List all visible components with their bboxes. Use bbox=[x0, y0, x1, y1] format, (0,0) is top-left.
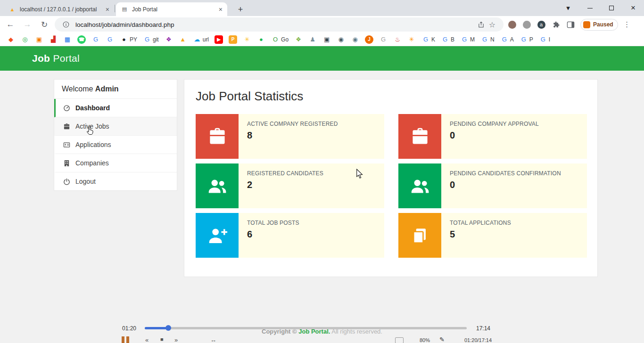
briefcase-icon bbox=[63, 122, 70, 130]
close-button[interactable]: × bbox=[622, 0, 644, 16]
tab-job-portal[interactable]: ▤ Job Portal × bbox=[116, 2, 227, 16]
bookmark-item[interactable]: ▟ bbox=[48, 34, 58, 45]
zoom-box-icon[interactable] bbox=[395, 337, 404, 343]
side-panel-icon[interactable] bbox=[564, 18, 577, 31]
bookmark-item[interactable]: ❖ bbox=[164, 34, 174, 45]
reload-button[interactable]: ↻ bbox=[38, 18, 51, 31]
bookmark-item[interactable]: P bbox=[228, 34, 238, 45]
bookmark-item[interactable]: GP bbox=[519, 34, 534, 45]
sidebar-item-dashboard[interactable]: Dashboard bbox=[54, 99, 177, 117]
stat-label: PENDING CANDIDATES CONFIRMATION bbox=[450, 170, 578, 177]
sidebar-item-companies[interactable]: Companies bbox=[54, 154, 177, 172]
bookmark-favicon: ◉ bbox=[337, 35, 345, 44]
building-icon bbox=[63, 159, 70, 167]
bookmark-favicon: ● bbox=[257, 35, 265, 44]
paused-avatar-icon bbox=[583, 21, 590, 28]
bookmark-item[interactable]: ◎ bbox=[20, 34, 30, 45]
stat-card-total-job-posts: TOTAL JOB POSTS 6 bbox=[196, 213, 384, 258]
bookmark-item[interactable]: ▲ bbox=[178, 34, 188, 45]
back-button[interactable]: ← bbox=[4, 18, 17, 31]
stats-grid: ACTIVE COMPANY REGISTERED 8 PENDING COMP… bbox=[196, 114, 586, 258]
bookmark-item[interactable]: ●PY bbox=[119, 34, 138, 45]
bookmark-item[interactable]: ☁url bbox=[192, 34, 210, 45]
bookmark-item[interactable]: ♟ bbox=[307, 34, 318, 45]
bookmark-label: I bbox=[549, 36, 550, 43]
pause-button[interactable] bbox=[122, 336, 129, 343]
player-time-counter: 01:20/17:14 bbox=[464, 338, 492, 343]
bookmark-item[interactable]: ▣ bbox=[34, 34, 44, 45]
stat-icon-box bbox=[398, 114, 441, 159]
users-icon bbox=[409, 175, 431, 197]
bookmark-item[interactable]: GM bbox=[459, 34, 476, 45]
stat-value: 6 bbox=[247, 229, 376, 240]
bookmark-item[interactable]: GB bbox=[440, 34, 455, 45]
bookmark-item[interactable]: ◉ bbox=[336, 34, 346, 45]
bookmark-item[interactable]: ✳ bbox=[406, 34, 417, 45]
bookmark-favicon: ♟ bbox=[308, 35, 317, 44]
briefcase-icon bbox=[410, 126, 430, 147]
bookmark-item[interactable]: ▶ bbox=[214, 34, 224, 45]
player-elapsed-time: 01:20 bbox=[122, 325, 136, 332]
browser-toolbar: ← → ↻ localhost/job/admin/dashboard.php … bbox=[0, 16, 644, 33]
site-info-icon[interactable] bbox=[60, 19, 72, 30]
extension-a11y-icon[interactable]: a bbox=[535, 18, 547, 31]
bookmark-item[interactable]: GA bbox=[499, 34, 515, 45]
bookmark-item[interactable]: ◆ bbox=[6, 34, 16, 45]
tab-phpmyadmin[interactable]: ▲ localhost / 127.0.0.1 / jobportal × bbox=[4, 2, 114, 16]
omnibox[interactable]: localhost/job/admin/dashboard.php ☆ bbox=[55, 17, 504, 32]
stat-value: 5 bbox=[450, 229, 578, 240]
sidebar-item-active-jobs[interactable]: Active Jobs bbox=[54, 117, 177, 136]
bookmark-item[interactable]: ♨ bbox=[392, 34, 403, 45]
bookmark-item[interactable]: ▣ bbox=[322, 34, 332, 45]
pencil-icon[interactable]: ✎ bbox=[439, 336, 445, 343]
app-brand: Job Portal bbox=[32, 53, 80, 64]
skip-next-icon[interactable]: » bbox=[174, 337, 178, 343]
skip-previous-icon[interactable]: « bbox=[145, 337, 149, 343]
bookmark-favicon: ▦ bbox=[63, 35, 72, 44]
stop-icon[interactable]: ■ bbox=[160, 337, 164, 342]
bookmark-item[interactable]: GK bbox=[421, 34, 436, 45]
stat-icon-box bbox=[196, 213, 239, 258]
bookmark-item[interactable]: J bbox=[364, 34, 374, 45]
sidebar-item-applications[interactable]: Applications bbox=[54, 136, 177, 154]
menu-kebab-icon[interactable]: ⋮ bbox=[621, 20, 633, 29]
forward-button[interactable]: → bbox=[21, 18, 34, 31]
tab-search-chevron-icon[interactable]: ▾ bbox=[557, 0, 579, 16]
extensions-puzzle-icon[interactable] bbox=[550, 18, 562, 31]
bookmark-item[interactable]: Ggit bbox=[142, 34, 160, 45]
bookmark-item[interactable]: GN bbox=[479, 34, 495, 45]
stat-value: 2 bbox=[247, 180, 376, 190]
extension-bear-icon[interactable] bbox=[506, 18, 518, 31]
stat-label: PENDING COMPANY APPROVAL bbox=[450, 121, 578, 127]
tab-close-icon[interactable]: × bbox=[219, 6, 223, 13]
bookmark-item[interactable]: GI bbox=[538, 34, 551, 45]
bookmark-item[interactable]: ❖ bbox=[293, 34, 304, 45]
player-seek-handle[interactable] bbox=[165, 325, 171, 331]
bookmarks-bar: ◆◎▣▟▦☎GG●PYGgit❖▲☁url▶P✳●OGo❖♟▣◉◉JG♨✳GKG… bbox=[0, 33, 644, 46]
bookmark-item[interactable]: ● bbox=[256, 34, 266, 45]
url-text[interactable]: localhost/job/admin/dashboard.php bbox=[75, 21, 475, 28]
fit-width-icon[interactable]: ↔ bbox=[210, 337, 216, 343]
bookmark-item[interactable]: G bbox=[378, 34, 388, 45]
minimize-button[interactable] bbox=[579, 0, 601, 16]
bookmark-item[interactable]: OGo bbox=[270, 34, 289, 45]
bookmark-item[interactable]: G bbox=[105, 34, 115, 45]
tab-close-icon[interactable]: × bbox=[106, 6, 109, 13]
bookmark-item[interactable]: ◉ bbox=[350, 34, 360, 45]
bookmark-favicon: ✳ bbox=[407, 35, 416, 44]
extension-paw-icon[interactable] bbox=[520, 18, 533, 31]
bookmark-item[interactable]: ✳ bbox=[242, 34, 252, 45]
bookmark-star-icon[interactable]: ☆ bbox=[487, 19, 498, 30]
bookmark-item[interactable]: ☎ bbox=[76, 34, 87, 45]
bookmark-item[interactable]: G bbox=[91, 34, 101, 45]
sidebar-item-logout[interactable]: Logout bbox=[54, 172, 177, 190]
share-icon[interactable] bbox=[475, 19, 487, 30]
bookmark-favicon: G bbox=[441, 35, 449, 44]
player-seek-bar[interactable] bbox=[145, 327, 467, 329]
sync-paused-chip[interactable]: Paused bbox=[580, 19, 618, 31]
new-tab-button[interactable]: + bbox=[234, 3, 247, 16]
maximize-button[interactable] bbox=[601, 0, 622, 16]
bookmark-favicon: ▣ bbox=[322, 35, 331, 44]
bookmark-item[interactable]: ▦ bbox=[62, 34, 73, 45]
id-card-icon bbox=[63, 141, 70, 148]
